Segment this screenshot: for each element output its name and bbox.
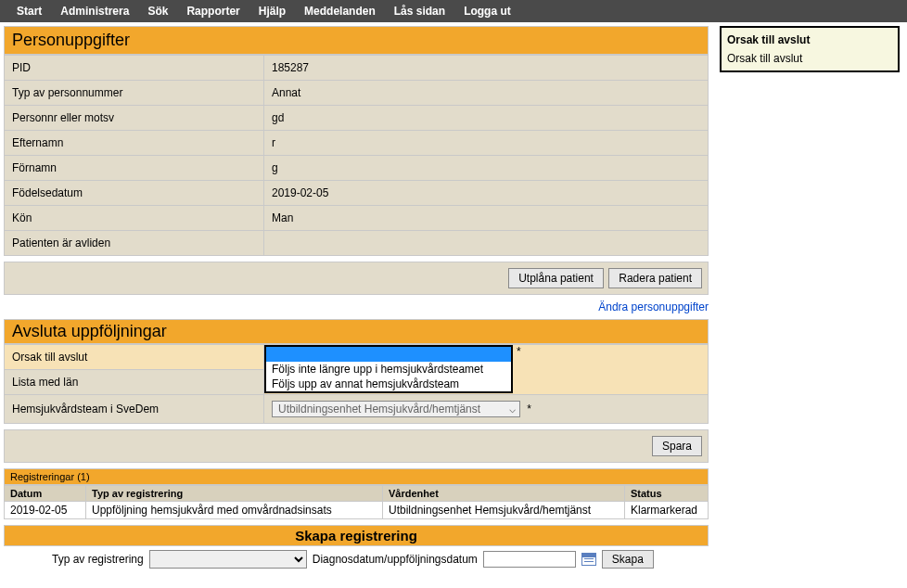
reason-label: Orsak till avslut bbox=[5, 345, 264, 370]
col-type: Typ av registrering bbox=[86, 486, 383, 502]
create-date-input[interactable] bbox=[483, 551, 576, 568]
nav-messages[interactable]: Meddelanden bbox=[295, 5, 385, 18]
firstname-label: Förnamn bbox=[5, 156, 264, 181]
side-info-header: Orsak till avslut bbox=[727, 33, 892, 46]
gender-label: Kön bbox=[5, 206, 264, 231]
lastname-label: Efternamn bbox=[5, 131, 264, 156]
delete-patient-button[interactable]: Utplåna patient bbox=[508, 268, 604, 288]
pnr-value: gd bbox=[264, 106, 709, 131]
deceased-label: Patienten är avliden bbox=[5, 231, 264, 256]
row-unit: Utbildningsenhet Hemsjukvård/hemtjänst bbox=[383, 502, 625, 519]
reg-table: Datum Typ av registrering Vårdenhet Stat… bbox=[4, 485, 709, 519]
close-table: Orsak till avslut Följs inte längre upp … bbox=[4, 344, 709, 424]
reason-cell: Följs inte längre upp i hemsjukvårdsteam… bbox=[264, 345, 709, 395]
row-type: Uppföljning hemsjukvård med omvårdnadsin… bbox=[86, 502, 383, 519]
close-header: Avsluta uppföljningar bbox=[4, 319, 709, 344]
person-table: PID185287 Typ av personnummerAnnat Perso… bbox=[4, 55, 709, 256]
birth-label: Födelsedatum bbox=[5, 181, 264, 206]
gender-value: Man bbox=[264, 206, 709, 231]
remove-patient-button[interactable]: Radera patient bbox=[608, 268, 702, 288]
top-nav: Start Administrera Sök Rapporter Hjälp M… bbox=[0, 0, 907, 22]
edit-person-link[interactable]: Ändra personuppgifter bbox=[598, 300, 709, 313]
nav-admin[interactable]: Administrera bbox=[51, 5, 138, 18]
nav-lock[interactable]: Lås sidan bbox=[385, 5, 454, 18]
reason-dropdown[interactable]: Följs inte längre upp i hemsjukvårdsteam… bbox=[264, 345, 513, 393]
reason-option-2[interactable]: Följs upp av annat hemsjukvårdsteam bbox=[266, 377, 511, 391]
lastname-value: r bbox=[264, 131, 709, 156]
deceased-value bbox=[264, 231, 709, 256]
county-label: Lista med län bbox=[5, 370, 264, 395]
reason-option-blank[interactable] bbox=[266, 347, 511, 362]
pid-label: PID bbox=[5, 56, 264, 81]
reason-option-1[interactable]: Följs inte längre upp i hemsjukvårdsteam… bbox=[266, 362, 511, 377]
required-mark-2: * bbox=[527, 403, 531, 415]
col-date: Datum bbox=[5, 486, 86, 502]
team-select-value: Utbildningsenhet Hemsjukvård/hemtjänst bbox=[278, 403, 480, 415]
team-select[interactable]: Utbildningsenhet Hemsjukvård/hemtjänst ⌵ bbox=[272, 401, 520, 417]
close-buttons: Spara bbox=[4, 429, 709, 463]
reg-count-header: Registreringar (1) bbox=[4, 468, 709, 485]
create-type-select[interactable] bbox=[149, 550, 307, 569]
create-type-label: Typ av registrering bbox=[52, 553, 144, 566]
nav-reports[interactable]: Rapporter bbox=[177, 5, 249, 18]
table-row[interactable]: 2019-02-05 Uppföljning hemsjukvård med o… bbox=[5, 502, 709, 519]
birth-value: 2019-02-05 bbox=[264, 181, 709, 206]
person-header: Personuppgifter bbox=[4, 26, 709, 55]
col-unit: Vårdenhet bbox=[383, 486, 625, 502]
nav-start[interactable]: Start bbox=[7, 5, 51, 18]
type-value: Annat bbox=[264, 81, 709, 106]
nav-help[interactable]: Hjälp bbox=[249, 5, 295, 18]
side-info-text: Orsak till avslut bbox=[727, 52, 892, 65]
required-mark: * bbox=[517, 345, 521, 358]
nav-search[interactable]: Sök bbox=[138, 5, 177, 18]
chevron-down-icon: ⌵ bbox=[509, 403, 516, 415]
pnr-label: Personnr eller motsv bbox=[5, 106, 264, 131]
create-header: Skapa registrering bbox=[4, 525, 709, 546]
create-date-label: Diagnosdatum/uppföljningsdatum bbox=[313, 553, 478, 566]
person-buttons: Utplåna patient Radera patient bbox=[4, 262, 709, 295]
pid-value: 185287 bbox=[264, 56, 709, 81]
team-cell: Utbildningsenhet Hemsjukvård/hemtjänst ⌵… bbox=[264, 395, 709, 424]
save-button[interactable]: Spara bbox=[652, 436, 702, 456]
create-row: Typ av registrering Diagnosdatum/uppfölj… bbox=[4, 546, 709, 572]
create-button[interactable]: Skapa bbox=[602, 550, 654, 569]
team-label: Hemsjukvårdsteam i SveDem bbox=[5, 395, 264, 424]
row-date: 2019-02-05 bbox=[5, 502, 86, 519]
side-info-box: Orsak till avslut Orsak till avslut bbox=[720, 26, 900, 72]
nav-logout[interactable]: Logga ut bbox=[454, 5, 520, 18]
row-status: Klarmarkerad bbox=[625, 502, 709, 519]
type-label: Typ av personnummer bbox=[5, 81, 264, 106]
col-status: Status bbox=[625, 486, 709, 502]
firstname-value: g bbox=[264, 156, 709, 181]
calendar-icon[interactable] bbox=[581, 553, 596, 566]
